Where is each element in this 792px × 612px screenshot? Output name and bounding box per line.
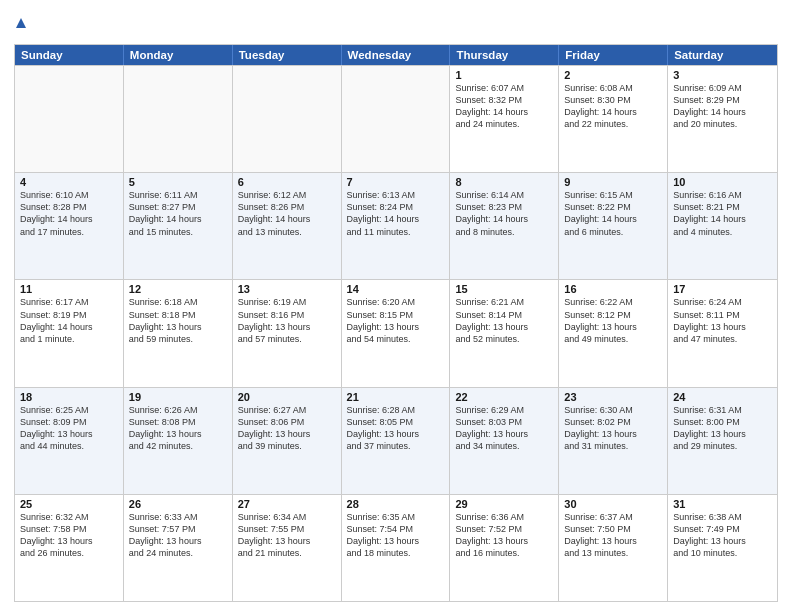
header — [14, 10, 778, 38]
day-info: Sunrise: 6:30 AM Sunset: 8:02 PM Dayligh… — [564, 404, 662, 453]
calendar-cell: 31Sunrise: 6:38 AM Sunset: 7:49 PM Dayli… — [668, 495, 777, 601]
page: SundayMondayTuesdayWednesdayThursdayFrid… — [0, 0, 792, 612]
day-info: Sunrise: 6:28 AM Sunset: 8:05 PM Dayligh… — [347, 404, 445, 453]
calendar-cell: 16Sunrise: 6:22 AM Sunset: 8:12 PM Dayli… — [559, 280, 668, 386]
day-number: 25 — [20, 498, 118, 510]
calendar-cell: 3Sunrise: 6:09 AM Sunset: 8:29 PM Daylig… — [668, 66, 777, 172]
day-number: 16 — [564, 283, 662, 295]
day-info: Sunrise: 6:08 AM Sunset: 8:30 PM Dayligh… — [564, 82, 662, 131]
header-day-friday: Friday — [559, 45, 668, 65]
calendar-cell: 11Sunrise: 6:17 AM Sunset: 8:19 PM Dayli… — [15, 280, 124, 386]
calendar-body: 1Sunrise: 6:07 AM Sunset: 8:32 PM Daylig… — [15, 65, 777, 601]
calendar-cell — [233, 66, 342, 172]
calendar-cell: 27Sunrise: 6:34 AM Sunset: 7:55 PM Dayli… — [233, 495, 342, 601]
day-number: 11 — [20, 283, 118, 295]
calendar-cell: 25Sunrise: 6:32 AM Sunset: 7:58 PM Dayli… — [15, 495, 124, 601]
day-info: Sunrise: 6:33 AM Sunset: 7:57 PM Dayligh… — [129, 511, 227, 560]
day-info: Sunrise: 6:24 AM Sunset: 8:11 PM Dayligh… — [673, 296, 772, 345]
day-info: Sunrise: 6:38 AM Sunset: 7:49 PM Dayligh… — [673, 511, 772, 560]
day-number: 3 — [673, 69, 772, 81]
day-number: 21 — [347, 391, 445, 403]
calendar-cell: 17Sunrise: 6:24 AM Sunset: 8:11 PM Dayli… — [668, 280, 777, 386]
calendar-cell: 19Sunrise: 6:26 AM Sunset: 8:08 PM Dayli… — [124, 388, 233, 494]
day-info: Sunrise: 6:10 AM Sunset: 8:28 PM Dayligh… — [20, 189, 118, 238]
day-number: 13 — [238, 283, 336, 295]
day-number: 31 — [673, 498, 772, 510]
day-info: Sunrise: 6:11 AM Sunset: 8:27 PM Dayligh… — [129, 189, 227, 238]
svg-marker-0 — [16, 18, 26, 28]
calendar-cell: 24Sunrise: 6:31 AM Sunset: 8:00 PM Dayli… — [668, 388, 777, 494]
calendar-cell: 23Sunrise: 6:30 AM Sunset: 8:02 PM Dayli… — [559, 388, 668, 494]
day-number: 6 — [238, 176, 336, 188]
day-info: Sunrise: 6:26 AM Sunset: 8:08 PM Dayligh… — [129, 404, 227, 453]
day-info: Sunrise: 6:34 AM Sunset: 7:55 PM Dayligh… — [238, 511, 336, 560]
calendar-cell: 2Sunrise: 6:08 AM Sunset: 8:30 PM Daylig… — [559, 66, 668, 172]
day-number: 27 — [238, 498, 336, 510]
day-number: 5 — [129, 176, 227, 188]
day-info: Sunrise: 6:22 AM Sunset: 8:12 PM Dayligh… — [564, 296, 662, 345]
day-number: 24 — [673, 391, 772, 403]
calendar-cell: 20Sunrise: 6:27 AM Sunset: 8:06 PM Dayli… — [233, 388, 342, 494]
day-info: Sunrise: 6:29 AM Sunset: 8:03 PM Dayligh… — [455, 404, 553, 453]
day-info: Sunrise: 6:19 AM Sunset: 8:16 PM Dayligh… — [238, 296, 336, 345]
calendar-cell: 7Sunrise: 6:13 AM Sunset: 8:24 PM Daylig… — [342, 173, 451, 279]
day-number: 20 — [238, 391, 336, 403]
day-info: Sunrise: 6:13 AM Sunset: 8:24 PM Dayligh… — [347, 189, 445, 238]
day-number: 8 — [455, 176, 553, 188]
header-day-sunday: Sunday — [15, 45, 124, 65]
calendar-cell: 9Sunrise: 6:15 AM Sunset: 8:22 PM Daylig… — [559, 173, 668, 279]
day-info: Sunrise: 6:20 AM Sunset: 8:15 PM Dayligh… — [347, 296, 445, 345]
calendar-cell: 21Sunrise: 6:28 AM Sunset: 8:05 PM Dayli… — [342, 388, 451, 494]
calendar-cell — [124, 66, 233, 172]
day-number: 7 — [347, 176, 445, 188]
header-day-monday: Monday — [124, 45, 233, 65]
calendar-cell — [342, 66, 451, 172]
calendar-cell: 22Sunrise: 6:29 AM Sunset: 8:03 PM Dayli… — [450, 388, 559, 494]
day-info: Sunrise: 6:25 AM Sunset: 8:09 PM Dayligh… — [20, 404, 118, 453]
day-info: Sunrise: 6:09 AM Sunset: 8:29 PM Dayligh… — [673, 82, 772, 131]
day-number: 28 — [347, 498, 445, 510]
day-info: Sunrise: 6:31 AM Sunset: 8:00 PM Dayligh… — [673, 404, 772, 453]
day-number: 19 — [129, 391, 227, 403]
calendar-week-3: 11Sunrise: 6:17 AM Sunset: 8:19 PM Dayli… — [15, 279, 777, 386]
day-info: Sunrise: 6:21 AM Sunset: 8:14 PM Dayligh… — [455, 296, 553, 345]
day-number: 26 — [129, 498, 227, 510]
calendar-cell: 29Sunrise: 6:36 AM Sunset: 7:52 PM Dayli… — [450, 495, 559, 601]
calendar-cell: 26Sunrise: 6:33 AM Sunset: 7:57 PM Dayli… — [124, 495, 233, 601]
header-day-saturday: Saturday — [668, 45, 777, 65]
calendar-cell: 28Sunrise: 6:35 AM Sunset: 7:54 PM Dayli… — [342, 495, 451, 601]
day-number: 12 — [129, 283, 227, 295]
day-info: Sunrise: 6:27 AM Sunset: 8:06 PM Dayligh… — [238, 404, 336, 453]
day-number: 18 — [20, 391, 118, 403]
calendar-week-5: 25Sunrise: 6:32 AM Sunset: 7:58 PM Dayli… — [15, 494, 777, 601]
day-info: Sunrise: 6:16 AM Sunset: 8:21 PM Dayligh… — [673, 189, 772, 238]
day-number: 10 — [673, 176, 772, 188]
logo — [14, 10, 30, 38]
calendar-header: SundayMondayTuesdayWednesdayThursdayFrid… — [15, 45, 777, 65]
calendar-week-1: 1Sunrise: 6:07 AM Sunset: 8:32 PM Daylig… — [15, 65, 777, 172]
calendar-cell: 30Sunrise: 6:37 AM Sunset: 7:50 PM Dayli… — [559, 495, 668, 601]
calendar-cell: 8Sunrise: 6:14 AM Sunset: 8:23 PM Daylig… — [450, 173, 559, 279]
day-number: 29 — [455, 498, 553, 510]
day-info: Sunrise: 6:12 AM Sunset: 8:26 PM Dayligh… — [238, 189, 336, 238]
calendar-cell: 10Sunrise: 6:16 AM Sunset: 8:21 PM Dayli… — [668, 173, 777, 279]
calendar-cell: 4Sunrise: 6:10 AM Sunset: 8:28 PM Daylig… — [15, 173, 124, 279]
day-number: 4 — [20, 176, 118, 188]
day-number: 23 — [564, 391, 662, 403]
calendar-week-4: 18Sunrise: 6:25 AM Sunset: 8:09 PM Dayli… — [15, 387, 777, 494]
day-number: 9 — [564, 176, 662, 188]
day-info: Sunrise: 6:32 AM Sunset: 7:58 PM Dayligh… — [20, 511, 118, 560]
header-day-thursday: Thursday — [450, 45, 559, 65]
day-info: Sunrise: 6:37 AM Sunset: 7:50 PM Dayligh… — [564, 511, 662, 560]
calendar-cell: 12Sunrise: 6:18 AM Sunset: 8:18 PM Dayli… — [124, 280, 233, 386]
day-number: 2 — [564, 69, 662, 81]
calendar-cell — [15, 66, 124, 172]
calendar-cell: 1Sunrise: 6:07 AM Sunset: 8:32 PM Daylig… — [450, 66, 559, 172]
day-info: Sunrise: 6:36 AM Sunset: 7:52 PM Dayligh… — [455, 511, 553, 560]
calendar-cell: 6Sunrise: 6:12 AM Sunset: 8:26 PM Daylig… — [233, 173, 342, 279]
day-info: Sunrise: 6:15 AM Sunset: 8:22 PM Dayligh… — [564, 189, 662, 238]
header-day-tuesday: Tuesday — [233, 45, 342, 65]
day-number: 22 — [455, 391, 553, 403]
day-info: Sunrise: 6:18 AM Sunset: 8:18 PM Dayligh… — [129, 296, 227, 345]
calendar-cell: 5Sunrise: 6:11 AM Sunset: 8:27 PM Daylig… — [124, 173, 233, 279]
